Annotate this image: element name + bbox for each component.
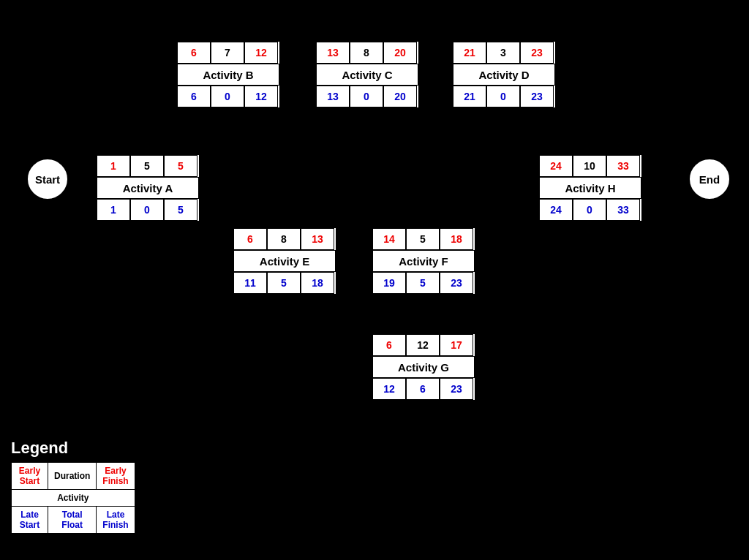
g-ls: 12 — [372, 378, 406, 400]
activity-a-node: 1 5 5 Activity A 1 0 5 — [95, 154, 200, 222]
legend-ef: EarlyFinish — [97, 463, 135, 490]
diagram-container: Start End 1 5 5 Activity A 1 0 5 6 7 12 … — [0, 0, 749, 560]
b-tf: 0 — [211, 86, 244, 107]
d-ls: 21 — [453, 86, 486, 107]
b-ef: 12 — [244, 42, 278, 64]
g-dur: 12 — [406, 334, 440, 356]
legend-title: Legend — [11, 439, 135, 458]
activity-g-node: 6 12 17 Activity G 12 6 23 — [371, 333, 476, 401]
g-tf: 6 — [406, 378, 440, 400]
f-ls: 19 — [372, 272, 406, 294]
f-lf: 23 — [440, 272, 473, 294]
e-lf: 18 — [301, 272, 334, 294]
legend-activity: Activity — [12, 490, 135, 507]
g-label: Activity G — [372, 356, 475, 378]
f-tf: 5 — [406, 272, 440, 294]
start-label: Start — [35, 173, 60, 186]
f-label: Activity F — [372, 250, 475, 272]
e-label: Activity E — [233, 250, 336, 272]
d-label: Activity D — [453, 64, 555, 86]
start-circle: Start — [26, 157, 69, 201]
activity-e-node: 6 8 13 Activity E 11 5 18 — [232, 227, 337, 295]
a-dur: 5 — [130, 155, 164, 177]
b-dur: 7 — [211, 42, 244, 64]
activity-h-node: 24 10 33 Activity H 24 0 33 — [538, 154, 643, 222]
c-dur: 8 — [350, 42, 383, 64]
legend-dur: Duration — [48, 463, 97, 490]
end-label: End — [699, 173, 720, 186]
g-es: 6 — [372, 334, 406, 356]
e-es: 6 — [233, 228, 267, 250]
h-label: Activity H — [539, 177, 641, 199]
activity-f-node: 14 5 18 Activity F 19 5 23 — [371, 227, 476, 295]
e-ef: 13 — [301, 228, 334, 250]
a-lf: 5 — [164, 199, 197, 221]
activity-b-node: 6 7 12 Activity B 6 0 12 — [176, 40, 281, 109]
h-lf: 33 — [606, 199, 640, 221]
legend-table: EarlyStart Duration EarlyFinish Activity… — [11, 462, 135, 534]
a-label: Activity A — [97, 177, 199, 199]
b-ls: 6 — [177, 86, 211, 107]
c-label: Activity C — [316, 64, 418, 86]
h-es: 24 — [539, 155, 573, 177]
d-tf: 0 — [486, 86, 520, 107]
f-ef: 18 — [440, 228, 473, 250]
end-circle: End — [688, 157, 731, 201]
g-ef: 17 — [440, 334, 473, 356]
f-es: 14 — [372, 228, 406, 250]
activity-c-node: 13 8 20 Activity C 13 0 20 — [315, 40, 420, 109]
c-tf: 0 — [350, 86, 383, 107]
a-ef: 5 — [164, 155, 197, 177]
a-tf: 0 — [130, 199, 164, 221]
b-label: Activity B — [177, 64, 279, 86]
a-ls: 1 — [97, 199, 130, 221]
d-dur: 3 — [486, 42, 520, 64]
c-ls: 13 — [316, 86, 350, 107]
legend-ls: LateStart — [12, 507, 48, 534]
f-dur: 5 — [406, 228, 440, 250]
e-tf: 5 — [267, 272, 301, 294]
h-ef: 33 — [606, 155, 640, 177]
legend-lf: LateFinish — [97, 507, 135, 534]
g-lf: 23 — [440, 378, 473, 400]
legend: Legend EarlyStart Duration EarlyFinish A… — [11, 439, 135, 534]
activity-d-node: 21 3 23 Activity D 21 0 23 — [451, 40, 557, 109]
h-tf: 0 — [573, 199, 606, 221]
legend-es: EarlyStart — [12, 463, 48, 490]
h-dur: 10 — [573, 155, 606, 177]
b-lf: 12 — [244, 86, 278, 107]
a-es: 1 — [97, 155, 130, 177]
d-es: 21 — [453, 42, 486, 64]
c-lf: 20 — [383, 86, 417, 107]
e-ls: 11 — [233, 272, 267, 294]
b-es: 6 — [177, 42, 211, 64]
c-ef: 20 — [383, 42, 417, 64]
e-dur: 8 — [267, 228, 301, 250]
h-ls: 24 — [539, 199, 573, 221]
d-lf: 23 — [520, 86, 554, 107]
legend-total-float: TotalFloat — [48, 507, 97, 534]
c-es: 13 — [316, 42, 350, 64]
d-ef: 23 — [520, 42, 554, 64]
